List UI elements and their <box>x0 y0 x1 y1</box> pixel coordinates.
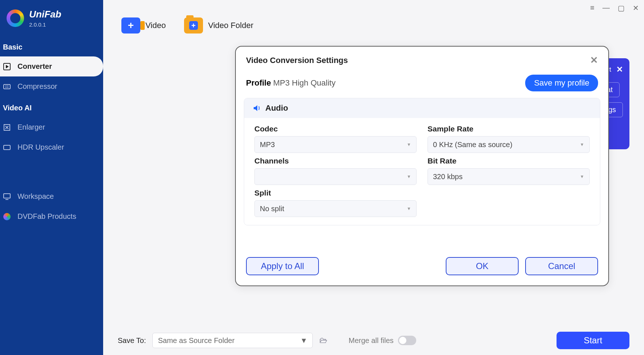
app-logo-icon <box>7 9 24 27</box>
channels-select[interactable]: ▼ <box>254 168 417 185</box>
chevron-down-icon: ▼ <box>580 142 584 147</box>
merge-toggle[interactable] <box>398 336 416 345</box>
save-location-select[interactable]: Same as Source Folder ▼ <box>152 333 313 348</box>
close-modal-icon[interactable]: ✕ <box>590 55 598 66</box>
add-video-icon: + <box>121 17 140 33</box>
dvdfab-icon <box>3 213 11 221</box>
sidebar-item-label: Workspace <box>17 192 54 201</box>
codec-select[interactable]: MP3 ▼ <box>254 136 417 153</box>
sidebar-item-enlarger[interactable]: Enlarger <box>0 117 103 137</box>
add-folder-icon: + <box>184 17 203 33</box>
sidebar-item-hdr-upscaler[interactable]: HDR Upscaler <box>0 137 103 157</box>
sidebar-item-label: DVDFab Products <box>17 212 76 221</box>
play-square-icon <box>3 63 11 71</box>
sidebar-item-label: Compressor <box>17 82 57 91</box>
channels-label: Channels <box>254 157 417 165</box>
brand: UniFab 2.0.0.1 <box>0 9 103 36</box>
save-profile-button[interactable]: Save my profile <box>525 75 598 91</box>
sidebar-item-workspace[interactable]: Workspace <box>0 186 103 206</box>
sidebar-section-basic: Basic <box>0 36 103 56</box>
close-window-icon[interactable]: ✕ <box>633 4 639 12</box>
profile-label: ProfileMP3 High Quality <box>246 78 336 88</box>
modal-title: Video Conversion Settings <box>246 56 348 65</box>
maximize-icon[interactable]: ▢ <box>618 4 625 12</box>
footer: Save To: Same as Source Folder ▼ 🗁 Merge… <box>103 326 644 355</box>
chevron-down-icon: ▼ <box>407 142 411 147</box>
top-actions: + Video + Video Folder <box>103 0 644 41</box>
main-area: ≡ — ▢ ✕ + Video + Video Folder Ready to … <box>103 0 644 355</box>
start-button[interactable]: Start <box>557 332 629 349</box>
close-task-icon[interactable]: ✕ <box>616 65 623 74</box>
sidebar-item-converter[interactable]: Converter <box>0 56 103 76</box>
conversion-settings-modal: Video Conversion Settings ✕ ProfileMP3 H… <box>235 46 609 286</box>
svg-rect-3 <box>4 145 10 150</box>
save-to-label: Save To: <box>118 336 146 345</box>
app-name: UniFab <box>29 9 61 20</box>
sidebar-item-dvdfab[interactable]: DVDFab Products <box>0 206 103 226</box>
ok-button[interactable]: OK <box>446 257 519 275</box>
window-controls: ≡ — ▢ ✕ <box>590 4 639 12</box>
codec-label: Codec <box>254 125 417 133</box>
compress-icon <box>3 83 11 91</box>
sidebar-item-compressor[interactable]: Compressor <box>0 76 103 96</box>
menu-icon[interactable]: ≡ <box>590 4 594 12</box>
hdr-icon <box>3 143 11 151</box>
chevron-down-icon: ▼ <box>580 174 584 179</box>
chevron-down-icon: ▼ <box>300 336 308 345</box>
app-version: 2.0.0.1 <box>29 21 61 28</box>
sidebar-section-videoai: Video AI <box>0 96 103 117</box>
apply-to-all-button[interactable]: Apply to All <box>246 257 319 275</box>
monitor-icon <box>3 193 11 201</box>
svg-rect-1 <box>4 84 10 89</box>
sidebar-item-label: HDR Upscaler <box>17 143 64 151</box>
bit-rate-label: Bit Rate <box>428 157 590 165</box>
svg-rect-4 <box>4 194 10 198</box>
enlarge-icon <box>3 123 11 131</box>
chevron-down-icon: ▼ <box>407 174 411 179</box>
merge-label: Merge all files <box>348 336 393 345</box>
chevron-down-icon: ▼ <box>407 206 411 211</box>
sample-rate-select[interactable]: 0 KHz (Same as source) ▼ <box>428 136 590 153</box>
add-folder-label: Video Folder <box>208 21 253 30</box>
audio-header: Audio <box>265 103 288 113</box>
add-folder-button[interactable]: + Video Folder <box>184 17 253 33</box>
sample-rate-label: Sample Rate <box>428 125 590 133</box>
sound-icon <box>252 104 261 113</box>
split-label: Split <box>254 189 417 197</box>
split-select[interactable]: No split ▼ <box>254 200 417 217</box>
sidebar-item-label: Enlarger <box>17 123 45 131</box>
browse-folder-icon[interactable]: 🗁 <box>319 336 327 345</box>
sidebar: UniFab 2.0.0.1 Basic Converter Compresso… <box>0 0 103 355</box>
sidebar-item-label: Converter <box>17 62 52 71</box>
add-video-label: Video <box>145 21 166 30</box>
bit-rate-select[interactable]: 320 kbps ▼ <box>428 168 590 185</box>
minimize-icon[interactable]: — <box>602 4 610 12</box>
cancel-button[interactable]: Cancel <box>525 257 598 275</box>
save-location-value: Same as Source Folder <box>158 336 234 345</box>
add-video-button[interactable]: + Video <box>121 17 166 33</box>
audio-settings-card: Audio Codec MP3 ▼ Sample Rate 0 KHz (Sam… <box>244 98 600 225</box>
